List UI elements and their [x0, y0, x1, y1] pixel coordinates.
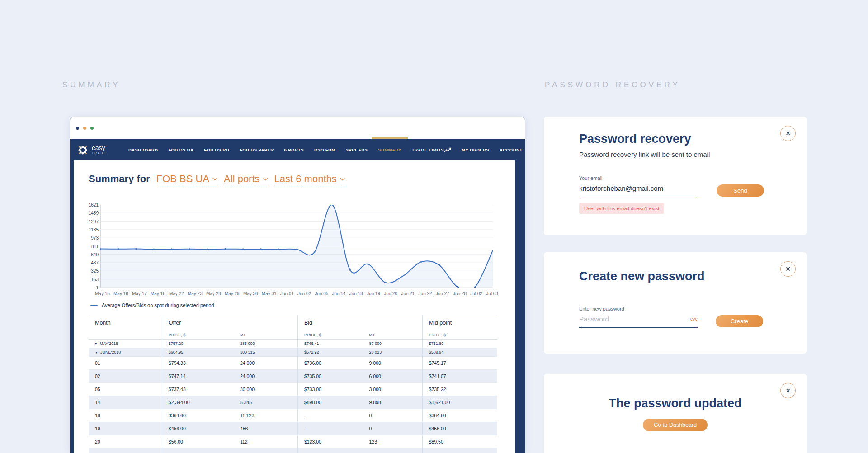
summary-heading-row: Summary for FOB BS UAAll portsLast 6 mon…: [89, 160, 515, 186]
day-row-18: 18$364.6011 123–0$364.60: [89, 409, 497, 422]
table-cell: $735.00: [297, 370, 363, 382]
expand-arrow-icon[interactable]: ▶: [95, 342, 97, 345]
x-tick-label: May 23: [188, 291, 203, 296]
day-row-19: 19$456.00456–0$456.00: [89, 422, 497, 435]
table-cell: $2,344.00: [162, 396, 234, 409]
logo-subtitle: TRADE: [92, 152, 107, 155]
close-icon[interactable]: ✕: [780, 261, 796, 277]
password-recovery-modal: ✕ Password recovery Password recovery li…: [544, 117, 807, 235]
content-frame: Summary for FOB BS UAAll portsLast 6 mon…: [70, 160, 525, 453]
day-row-14: 14$2,344.005 345$898.009 898$1,621.00: [89, 396, 497, 409]
window-dot-orange[interactable]: [83, 127, 86, 130]
window-dot-blue[interactable]: [76, 127, 79, 130]
nav-item-fob-bs-paper[interactable]: FOB BS PAPER: [240, 147, 274, 152]
x-tick-label: May 18: [151, 291, 165, 296]
legend-line-swatch: [90, 305, 98, 306]
chevron-down-icon: [263, 178, 268, 181]
x-tick-label: Jul 02: [470, 291, 482, 296]
chart-legend: Average Offers/Bids on spot during selec…: [90, 302, 515, 308]
table-subheader-row: PRICE, $MTPRICE, $MTPRICE, $: [89, 330, 497, 340]
filter-fob-bs-ua[interactable]: FOB BS UA: [156, 173, 217, 186]
password-row: eye Create: [579, 315, 807, 328]
table-cell: 456: [234, 422, 297, 435]
column-header-month: Month: [89, 315, 162, 330]
subheader-cell: PRICE, $: [162, 330, 234, 339]
summary-chart: 16211459129711359738116494873251631: [89, 205, 500, 288]
x-tick-label: Jun 19: [367, 291, 380, 296]
nav-item-spreads[interactable]: SPREADS: [346, 147, 368, 152]
table-cell: $1,621.00: [422, 396, 497, 409]
table-cell: $56.00: [162, 435, 234, 448]
x-tick-label: Jun 22: [419, 291, 432, 296]
window-dot-green[interactable]: [90, 127, 94, 130]
x-tick-label: Jun 14: [332, 291, 346, 296]
subheader-cell: PRICE, $: [297, 330, 363, 339]
filter-label: Last 6 months: [274, 173, 337, 185]
table-cell: $754.33: [162, 357, 234, 369]
send-button[interactable]: Send: [717, 184, 764, 197]
table-cell: $604.95: [162, 348, 234, 356]
y-tick-label: 1459: [89, 211, 99, 216]
nav-item-my-orders[interactable]: MY ORDERS: [462, 147, 489, 152]
table-cell: 2: [363, 448, 422, 453]
filter-all-ports[interactable]: All ports: [224, 173, 268, 186]
table-cell: $588.94: [422, 348, 497, 356]
chevron-down-icon: [340, 178, 345, 181]
nav-item-account[interactable]: ACCOUNT: [500, 147, 522, 152]
table-cell: 123: [363, 435, 422, 448]
nav-item-rso-fdm[interactable]: RSO FDM: [314, 147, 335, 152]
table-cell: $751.80: [422, 340, 497, 348]
nav-item-6-ports[interactable]: 6 PORTS: [284, 147, 303, 152]
month-row-may-2018[interactable]: ▶MAY'2018$757.20285 000$746.4187 000$751…: [89, 340, 497, 348]
day-cell: 19: [89, 422, 162, 435]
collapse-arrow-icon[interactable]: ▼: [95, 351, 98, 354]
filter-last-6-months[interactable]: Last 6 months: [274, 173, 345, 186]
y-tick-label: 325: [91, 269, 99, 274]
password-field-label: Enter new password: [579, 306, 807, 311]
table-cell: 2 224: [234, 448, 297, 453]
nav-item-summary[interactable]: SUMMARY: [378, 147, 401, 152]
nav-item-dashboard[interactable]: DASHBOARD: [128, 147, 158, 152]
day-row-20: 20$56.00112$123.00123$89.50: [89, 435, 497, 448]
y-tick-label: 649: [91, 252, 99, 257]
email-field[interactable]: [579, 184, 698, 192]
table-cell: 5 345: [234, 396, 297, 409]
close-icon[interactable]: ✕: [780, 383, 796, 398]
x-tick-label: May 30: [243, 291, 258, 296]
day-cell: 14: [89, 396, 162, 409]
table-cell: 3 000: [363, 383, 422, 396]
table-cell: $735.22: [422, 383, 497, 396]
password-field[interactable]: [579, 315, 698, 323]
x-tick-label: May 31: [262, 291, 277, 296]
nav-item-fob-bs-ua[interactable]: FOB BS UA: [168, 147, 193, 152]
table-cell: 11 123: [234, 409, 297, 422]
table-cell: 28 023: [363, 348, 422, 356]
nav-item-fob-bs-ru[interactable]: FOB BS RU: [204, 147, 229, 152]
browser-bar: [70, 117, 525, 139]
eye-icon[interactable]: eye: [690, 316, 698, 321]
day-row-21: 21$222.002 224$212.502$217.25: [89, 448, 497, 453]
x-tick-label: May 16: [113, 291, 128, 296]
table-cell: –: [297, 422, 363, 435]
email-error-badge: User with this email doesn't exist: [579, 203, 664, 214]
easytrade-logo[interactable]: easy TRADE: [77, 144, 107, 156]
chevron-down-icon: [212, 178, 217, 181]
close-icon[interactable]: ✕: [780, 126, 796, 141]
top-navbar: easy TRADE DASHBOARDFOB BS UAFOB BS RUFO…: [70, 139, 525, 160]
trending-chart-icon[interactable]: [444, 147, 451, 153]
day-cell: 01: [89, 357, 162, 369]
month-row-june-2018[interactable]: ▼JUNE'2018$604.95100 315$572.9228 023$58…: [89, 348, 497, 357]
go-to-dashboard-button[interactable]: Go to Dashboard: [643, 419, 708, 431]
day-row-02: 02$747.1424 000$735.006 000$741.07: [89, 370, 497, 383]
dashboard-window: easy TRADE DASHBOARDFOB BS UAFOB BS RUFO…: [70, 117, 525, 453]
nav-item-trade-limits[interactable]: TRADE LIMITS: [412, 147, 444, 152]
y-tick-label: 163: [91, 277, 99, 282]
subheader-cell: PRICE, $: [422, 330, 497, 339]
x-tick-label: Jun 01: [280, 291, 294, 296]
x-tick-label: Jun 20: [384, 291, 397, 296]
password-updated-modal: ✕ The password updated Go to Dashboard: [544, 374, 807, 453]
modal-title: The password updated: [544, 396, 807, 411]
create-button[interactable]: Create: [716, 315, 763, 327]
y-tick-label: 1: [96, 285, 99, 290]
column-header-mid-point: Mid point: [422, 315, 497, 330]
